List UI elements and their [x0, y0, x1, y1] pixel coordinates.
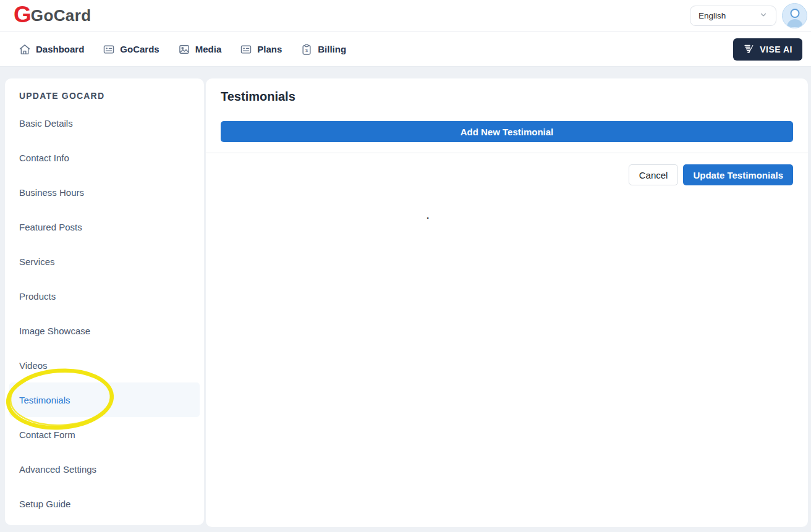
sidebar-heading: UPDATE GOCARD	[5, 91, 204, 101]
brand-logo[interactable]: G GoCard	[14, 4, 91, 27]
update-gocard-sidebar: UPDATE GOCARD Basic Details Contact Info…	[5, 78, 204, 525]
main-navbar: Dashboard GoCards Media Plans $ Billing	[0, 32, 811, 67]
id-card-icon	[103, 43, 115, 56]
nav-label: GoCards	[120, 44, 159, 54]
nav-item-billing[interactable]: $ Billing	[300, 43, 346, 56]
vise-ai-button[interactable]: VISE AI	[733, 38, 802, 61]
sidebar-item-contact-info[interactable]: Contact Info	[9, 140, 200, 175]
sidebar-item-services[interactable]: Services	[9, 244, 200, 279]
sidebar-item-testimonials[interactable]: Testimonials	[9, 382, 200, 417]
nav-label: Dashboard	[36, 44, 84, 54]
testimonials-panel: Testimonials Add New Testimonial Cancel …	[206, 78, 808, 527]
sidebar-item-videos[interactable]: Videos	[9, 348, 200, 382]
vise-ai-icon	[743, 43, 755, 55]
top-header: G GoCard English	[0, 0, 811, 32]
cancel-button[interactable]: Cancel	[629, 164, 679, 185]
sidebar-item-setup-guide[interactable]: Setup Guide	[9, 486, 200, 521]
language-value: English	[698, 11, 726, 20]
svg-text:$: $	[305, 47, 308, 53]
content-area: UPDATE GOCARD Basic Details Contact Info…	[5, 78, 808, 527]
header-right: English	[690, 3, 807, 28]
person-icon	[783, 4, 807, 28]
stray-period-text: .	[427, 210, 429, 221]
sidebar-item-products[interactable]: Products	[9, 279, 200, 313]
brand-name: GoCard	[31, 6, 91, 25]
language-selector[interactable]: English	[690, 6, 776, 26]
sidebar-item-featured-posts[interactable]: Featured Posts	[9, 209, 200, 244]
add-new-testimonial-button[interactable]: Add New Testimonial	[221, 121, 793, 142]
nav-label: Plans	[257, 44, 282, 54]
nav-item-dashboard[interactable]: Dashboard	[19, 43, 84, 56]
page: G GoCard English Dashboard	[0, 0, 811, 532]
chevron-down-icon	[759, 11, 768, 21]
nav-item-plans[interactable]: Plans	[240, 43, 282, 56]
page-title: Testimonials	[221, 90, 793, 104]
image-icon	[178, 43, 190, 56]
sidebar-item-advanced-settings[interactable]: Advanced Settings	[9, 452, 200, 486]
nav-label: Billing	[318, 44, 346, 54]
vise-ai-label: VISE AI	[760, 44, 792, 54]
sidebar-item-image-showcase[interactable]: Image Showcase	[9, 313, 200, 348]
user-avatar[interactable]	[782, 3, 807, 28]
id-card-icon	[240, 43, 252, 56]
sidebar-item-business-hours[interactable]: Business Hours	[9, 175, 200, 209]
billing-clipboard-icon: $	[300, 43, 313, 56]
update-testimonials-button[interactable]: Update Testimonials	[683, 164, 793, 185]
nav-item-media[interactable]: Media	[178, 43, 222, 56]
home-icon	[19, 43, 31, 56]
sidebar-item-contact-form[interactable]: Contact Form	[9, 417, 200, 452]
testimonials-header-section: Testimonials Add New Testimonial	[206, 78, 808, 153]
nav-item-gocards[interactable]: GoCards	[103, 43, 159, 56]
sidebar-item-basic-details[interactable]: Basic Details	[9, 106, 200, 140]
nav-label: Media	[195, 44, 222, 54]
actions-row: Cancel Update Testimonials	[206, 153, 808, 196]
brand-logo-icon: G	[14, 3, 30, 26]
